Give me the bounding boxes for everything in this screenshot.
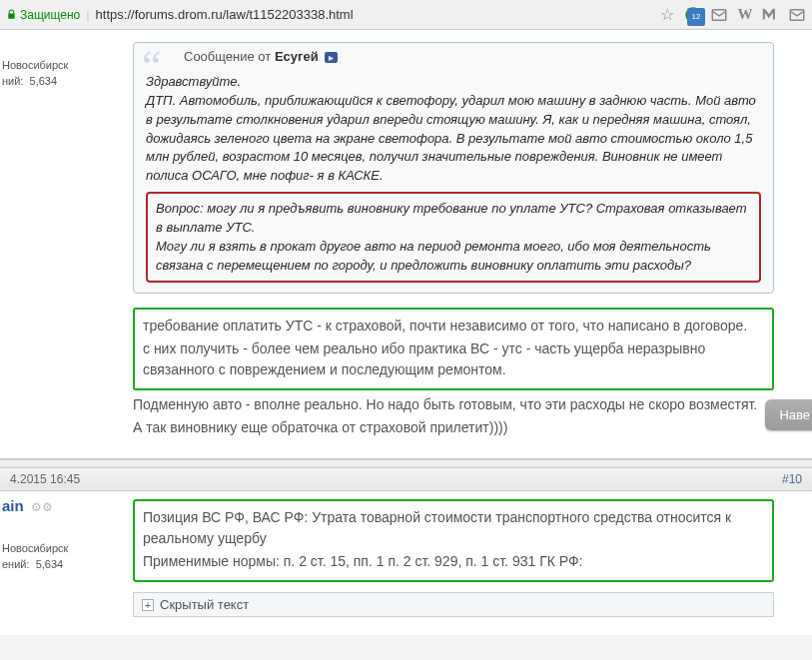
quote-body: Здравствуйте. ДТП. Автомобиль, приближаю… (134, 67, 773, 293)
post-1: Новосибирск ний: 5,634 “ Сообщение от Ес… (0, 30, 812, 459)
adguard-icon[interactable]: 12 (684, 6, 702, 24)
quote-header: Сообщение от Есугей ▸ (134, 43, 773, 67)
spoiler[interactable]: +Скрытый текст (133, 592, 774, 617)
mail2-icon[interactable] (788, 6, 806, 24)
mail-icon[interactable] (710, 6, 728, 24)
w-icon[interactable]: W (736, 6, 754, 24)
quote-para: ДТП. Автомобиль, приближающийся к светоф… (146, 92, 761, 186)
greeting: Здравствуйте. (146, 73, 761, 92)
user-column: Новосибирск ний: 5,634 (0, 30, 115, 458)
post-body: Позиция ВС РФ, ВАС РФ: Утрата товарной с… (115, 491, 812, 635)
url-input[interactable] (96, 7, 652, 22)
user-trunc (2, 36, 115, 53)
reply-p2: А так виновнику еще обраточка от страхов… (133, 417, 774, 438)
badge-count: 12 (687, 8, 705, 26)
msg-from-label: Сообщение от (184, 49, 271, 64)
green-l2: Применимые нормы: п. 2 ст. 15, пп. 1 п. … (143, 551, 764, 572)
user-msgs: ний: 5,634 (2, 75, 115, 87)
reply-g1: требование оплатить УТС - к страховой, п… (143, 316, 764, 336)
green-l1: Позиция ВС РФ, ВАС РФ: Утрата товарной с… (143, 507, 764, 549)
question-2: Могу ли я взять в прокат другое авто на … (156, 238, 751, 276)
reply-text: требование оплатить УТС - к страховой, п… (133, 308, 774, 438)
post-header: 4.2015 16:45 #10 (0, 467, 812, 491)
separator: | (86, 7, 89, 22)
cars-icon: ⚙⚙ (31, 500, 53, 514)
reply-p1: Подменную авто - вполне реально. Но надо… (133, 394, 774, 415)
reply-g2: с них получить - более чем реально ибо п… (143, 338, 764, 380)
post-body: “ Сообщение от Есугей ▸ Здравствуйте. ДТ… (115, 30, 812, 458)
post-date: 4.2015 16:45 (10, 472, 80, 486)
highlight-green: Позиция ВС РФ, ВАС РФ: Утрата товарной с… (133, 499, 774, 582)
user-city: Новосибирск (2, 542, 115, 554)
user-name-row: ain ⚙⚙ (2, 497, 115, 514)
post-separator (0, 459, 812, 467)
reply-text: Позиция ВС РФ, ВАС РФ: Утрата товарной с… (133, 499, 774, 582)
post-2: ain ⚙⚙ Новосибирск ений: 5,634 Позиция В… (0, 491, 812, 635)
page-content: Новосибирск ний: 5,634 “ Сообщение от Ес… (0, 30, 812, 635)
secure-label: Защищено (20, 8, 80, 22)
quote-author[interactable]: Есугей (275, 49, 319, 64)
goto-post-icon[interactable]: ▸ (325, 52, 338, 63)
address-bar: Защищено | ☆ 12 W (0, 0, 812, 30)
lock-icon (6, 9, 17, 20)
user-msgs: ений: 5,634 (2, 558, 115, 570)
expand-icon[interactable]: + (142, 599, 154, 611)
nav-button[interactable]: Наве (765, 399, 812, 430)
user-column: ain ⚙⚙ Новосибирск ений: 5,634 (0, 491, 115, 635)
spoiler-label: Скрытый текст (160, 597, 249, 612)
star-icon[interactable]: ☆ (658, 6, 676, 24)
post-number[interactable]: #10 (782, 472, 802, 486)
m-icon[interactable] (762, 6, 780, 24)
addr-icons: ☆ 12 W (658, 6, 806, 24)
quote-mark-icon: “ (142, 45, 162, 89)
secure-indicator: Защищено (6, 8, 80, 22)
question-1: Вопрос: могу ли я предъявить виновнику т… (156, 200, 751, 238)
username[interactable]: ain (2, 497, 24, 514)
highlight-red: Вопрос: могу ли я предъявить виновнику т… (146, 192, 761, 283)
highlight-green: требование оплатить УТС - к страховой, п… (133, 308, 774, 390)
quote-box: “ Сообщение от Есугей ▸ Здравствуйте. ДТ… (133, 42, 774, 294)
user-city: Новосибирск (2, 59, 115, 71)
